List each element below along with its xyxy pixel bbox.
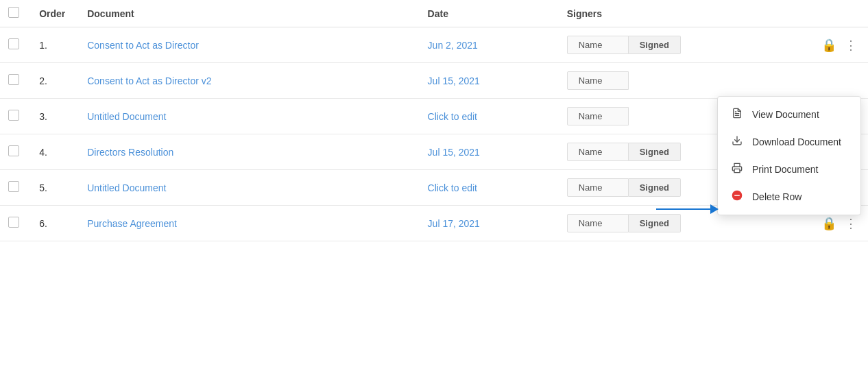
document-link[interactable]: Purchase Agreement — [87, 218, 177, 229]
download-document-icon — [730, 135, 744, 149]
row-actions — [798, 63, 868, 99]
document-link[interactable]: Untitled Document — [87, 182, 166, 193]
table-header-row: Order Document Date Signers — [0, 0, 868, 27]
row-order: 4. — [31, 134, 79, 170]
row-document: Untitled Document — [79, 99, 419, 134]
lock-icon[interactable]: 🔒 — [821, 216, 836, 231]
signer-status: Signed — [629, 178, 681, 197]
row-date: Click to edit — [420, 99, 559, 134]
row-signers: Name Signed — [559, 27, 799, 63]
signer-status: Signed — [629, 214, 681, 232]
more-options-icon[interactable]: ⋮ — [842, 36, 860, 54]
header-order: Order — [31, 0, 79, 27]
header-signers: Signers — [559, 0, 799, 27]
signer-name: Name — [567, 214, 629, 232]
print-document-label: Print Document — [752, 164, 818, 175]
download-document-label: Download Document — [752, 136, 841, 147]
context-menu: View Document Download Document Print — [717, 96, 861, 215]
actions-cell: 🔒 ⋮ — [806, 36, 860, 54]
row-date: Click to edit — [420, 170, 559, 206]
header-document: Document — [79, 0, 419, 27]
select-all-checkbox[interactable] — [8, 7, 19, 18]
row-date: Jul 17, 2021 — [420, 206, 559, 241]
row-actions: 🔒 ⋮ — [798, 27, 868, 63]
document-link[interactable]: Consent to Act as Director v2 — [87, 75, 211, 86]
row-order: 6. — [31, 206, 79, 241]
row-checkbox-cell — [0, 206, 31, 241]
document-link[interactable]: Directors Resolution — [87, 147, 173, 158]
row-order: 5. — [31, 170, 79, 206]
actions-cell: 🔒 ⋮ — [806, 215, 860, 232]
row-checkbox-cell — [0, 170, 31, 206]
row-checkbox[interactable] — [8, 74, 19, 85]
row-date: Jul 15, 2021 — [420, 134, 559, 170]
svg-rect-3 — [734, 169, 740, 172]
context-menu-print-document[interactable]: Print Document — [718, 156, 860, 183]
row-checkbox-cell — [0, 63, 31, 99]
row-document: Directors Resolution — [79, 134, 419, 170]
signer-name: Name — [567, 107, 629, 125]
signer-name: Name — [567, 178, 629, 197]
print-document-icon — [730, 163, 744, 176]
signer-name: Name — [567, 143, 629, 161]
row-checkbox-cell — [0, 27, 31, 63]
context-menu-download-document[interactable]: Download Document — [718, 128, 860, 156]
more-options-icon[interactable]: ⋮ — [842, 215, 860, 232]
arrow-head — [710, 204, 719, 214]
signer-status: Signed — [629, 36, 681, 54]
row-order: 1. — [31, 27, 79, 63]
header-date: Date — [420, 0, 559, 27]
signer-name: Name — [567, 36, 629, 54]
row-date: Jun 2, 2021 — [420, 27, 559, 63]
signer-name: Name — [567, 71, 629, 90]
documents-table-container: Order Document Date Signers — [0, 0, 868, 241]
signer-status: Signed — [629, 143, 681, 161]
table-row: 1. Consent to Act as Director Jun 2, 202… — [0, 27, 868, 63]
context-menu-view-document[interactable]: View Document — [718, 101, 860, 128]
signers-cell: Name — [567, 71, 791, 90]
row-order: 2. — [31, 63, 79, 99]
row-document: Consent to Act as Director v2 — [79, 63, 419, 99]
lock-icon[interactable]: 🔒 — [821, 38, 836, 53]
arrow-indicator — [656, 204, 719, 214]
row-date: Jul 15, 2021 — [420, 63, 559, 99]
view-document-label: View Document — [752, 109, 819, 120]
document-link[interactable]: Untitled Document — [87, 111, 166, 122]
document-link[interactable]: Consent to Act as Director — [87, 40, 199, 51]
view-document-icon — [730, 108, 744, 121]
click-to-edit[interactable]: Click to edit — [428, 182, 477, 193]
context-menu-delete-row[interactable]: Delete Row — [718, 183, 860, 211]
row-order: 3. — [31, 99, 79, 134]
click-to-edit[interactable]: Click to edit — [428, 111, 477, 122]
row-checkbox[interactable] — [8, 110, 19, 121]
signers-cell: Name Signed — [567, 36, 791, 54]
header-actions — [798, 0, 868, 27]
row-document: Untitled Document — [79, 170, 419, 206]
signers-cell: Name Signed — [567, 214, 791, 232]
row-document: Purchase Agreement — [79, 206, 419, 241]
header-checkbox-col — [0, 0, 31, 27]
table-row: 2. Consent to Act as Director v2 Jul 15,… — [0, 63, 868, 99]
svg-rect-5 — [734, 195, 740, 195]
row-checkbox-cell — [0, 134, 31, 170]
row-checkbox-cell — [0, 99, 31, 134]
row-checkbox[interactable] — [8, 181, 19, 192]
delete-row-icon — [730, 190, 744, 204]
arrow-line — [656, 208, 711, 210]
row-checkbox[interactable] — [8, 145, 19, 156]
delete-row-label: Delete Row — [752, 191, 801, 202]
row-checkbox[interactable] — [8, 217, 19, 228]
row-signers: Name — [559, 63, 799, 99]
row-checkbox[interactable] — [8, 38, 19, 49]
row-document: Consent to Act as Director — [79, 27, 419, 63]
